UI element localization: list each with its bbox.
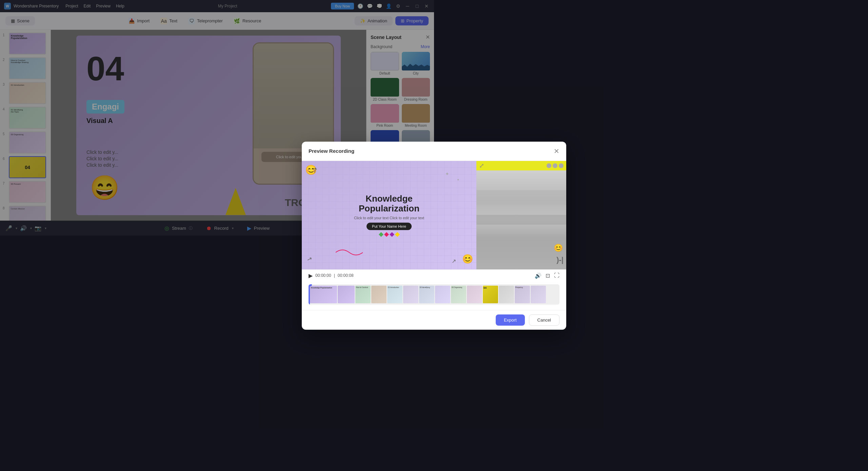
modal-overlay: Preview Recording ✕ 😊 ✦ ✦ Knowledge <box>0 0 434 236</box>
slide-title-1: Knowledge <box>354 194 424 204</box>
preview-recording-modal: Preview Recording ✕ 😊 ✦ ✦ Knowledge <box>302 142 434 236</box>
slide-main-content: Knowledge Popularization Click to edit y… <box>354 194 424 236</box>
diamond-2 <box>384 232 389 236</box>
diamond-4 <box>395 232 399 236</box>
diamond-3 <box>389 232 394 236</box>
diamond-1 <box>378 232 383 236</box>
preview-content: 😊 ✦ ✦ Knowledge Popularization Click to … <box>302 161 434 236</box>
slide-preview: 😊 ✦ ✦ Knowledge Popularization Click to … <box>302 161 434 236</box>
slide-subtitle: Click to edit your text Click to edit yo… <box>354 216 424 220</box>
slide-name-btn: Put Your Name Here <box>367 223 412 230</box>
modal-title: Preview Recording <box>309 148 354 154</box>
preview-area: 😊 ✦ ✦ Knowledge Popularization Click to … <box>302 161 434 236</box>
slide-title-2: Popularization <box>354 204 424 213</box>
modal-header: Preview Recording ✕ <box>302 142 434 161</box>
slide-diamonds <box>354 233 424 236</box>
